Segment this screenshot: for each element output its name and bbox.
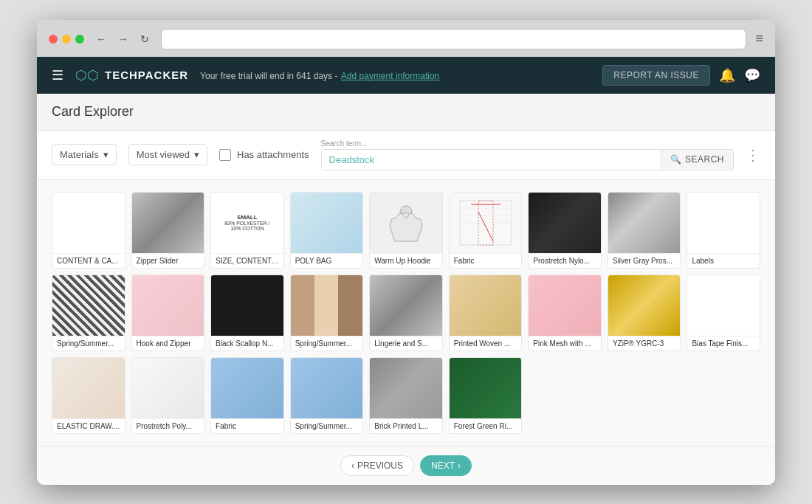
card-label: Forest Green Ri... <box>450 418 522 433</box>
logo-area: ⬡⬡ TECHPACKER <box>75 67 188 83</box>
minimize-button[interactable] <box>62 35 71 44</box>
toolbar: Materials ▾ Most viewed ▾ Has attachment… <box>37 131 775 180</box>
nav-buttons: ← → ↻ <box>93 32 152 46</box>
materials-filter[interactable]: Materials ▾ <box>52 144 117 165</box>
most-viewed-filter[interactable]: Most viewed ▾ <box>128 144 207 165</box>
card-item[interactable]: Brick Printed L... <box>369 357 443 434</box>
card-image <box>687 275 760 336</box>
browser-chrome: ← → ↻ ≡ <box>37 20 775 57</box>
card-item[interactable]: Fabric <box>210 357 284 434</box>
logo-text: TECHPACKER <box>105 69 188 81</box>
previous-page-button[interactable]: ‹ PREVIOUS <box>340 455 414 476</box>
has-attachments-checkbox[interactable] <box>219 149 231 161</box>
page-title: Card Explorer <box>52 104 134 119</box>
card-item[interactable]: Fabric <box>449 192 523 269</box>
feedback-button[interactable]: 💬 <box>744 67 760 83</box>
hamburger-menu-button[interactable]: ☰ <box>52 67 63 83</box>
add-payment-link[interactable]: Add payment information <box>341 71 439 81</box>
card-image <box>291 193 363 253</box>
card-item[interactable]: Bias Tape Finis... <box>687 275 760 351</box>
has-attachments-toggle[interactable]: Has attachments <box>219 149 309 161</box>
card-item[interactable]: CONTENT & CA... <box>52 192 125 269</box>
card-item[interactable]: Pink Mesh with ... <box>528 275 602 351</box>
card-item[interactable]: POLY BAG <box>290 192 364 269</box>
search-input-row: 🔍 SEARCH <box>321 149 734 170</box>
card-image <box>450 358 522 418</box>
traffic-lights <box>49 35 84 44</box>
card-image <box>52 193 125 253</box>
header-right: REPORT AN ISSUE 🔔 💬 <box>602 65 760 86</box>
card-label: Spring/Summer... <box>52 336 125 351</box>
card-item[interactable]: Silver Gray Pros... <box>608 192 681 269</box>
card-image: SMALL83% POLYESTER /13% COTTON <box>211 193 283 253</box>
report-issue-button[interactable]: REPORT AN ISSUE <box>602 65 710 86</box>
card-image <box>291 275 363 336</box>
card-label: Prostretch Poly... <box>132 418 204 433</box>
card-image <box>370 358 442 418</box>
card-item[interactable]: Black Scallop N... <box>210 275 284 351</box>
page-title-bar: Card Explorer <box>37 94 775 131</box>
card-item[interactable]: YZiP® YGRC-3 <box>608 275 681 351</box>
reload-button[interactable]: ↻ <box>137 32 152 46</box>
search-icon: 🔍 <box>670 154 682 165</box>
card-label: Brick Printed L... <box>370 418 442 433</box>
card-label: Spring/Summer... <box>291 336 363 351</box>
card-label: Lingerie and S... <box>370 336 442 351</box>
card-image <box>211 358 283 418</box>
card-label: Spring/Summer... <box>291 418 363 433</box>
card-item[interactable]: Warm Up Hoodie <box>369 192 443 269</box>
browser-window: ← → ↻ ≡ ☰ ⬡⬡ TECHPACKER Your free trial … <box>37 20 775 485</box>
card-image <box>370 275 442 336</box>
card-image <box>132 193 204 253</box>
next-page-button[interactable]: NEXT › <box>420 455 472 476</box>
card-label: Hook and Zipper <box>132 336 204 351</box>
address-bar[interactable] <box>161 29 746 49</box>
card-item[interactable]: Spring/Summer... <box>290 357 364 434</box>
search-input[interactable] <box>322 150 661 170</box>
chevron-right-icon: › <box>458 460 461 471</box>
card-image <box>291 358 363 418</box>
chevron-down-icon: ▾ <box>194 149 199 160</box>
card-grid: CONTENT & CA...Zipper SliderSMALL83% POL… <box>37 180 775 446</box>
notification-bell-button[interactable]: 🔔 <box>719 67 735 83</box>
card-image <box>132 358 204 418</box>
card-image <box>608 193 681 253</box>
card-label: Pink Mesh with ... <box>529 336 601 351</box>
card-label: POLY BAG <box>291 253 363 268</box>
app-header: ☰ ⬡⬡ TECHPACKER Your free trial will end… <box>37 57 775 94</box>
card-item[interactable]: Lingerie and S... <box>369 275 443 351</box>
card-item[interactable]: Zipper Slider <box>131 192 205 269</box>
card-item[interactable]: Spring/Summer... <box>52 275 125 351</box>
card-item[interactable]: Prostretch Poly... <box>131 357 205 434</box>
card-item[interactable]: Prostretch Nylo... <box>528 192 602 269</box>
card-label: YZiP® YGRC-3 <box>608 336 681 351</box>
card-item[interactable]: Hook and Zipper <box>131 275 205 351</box>
card-item[interactable]: ELASTIC DRAW.... <box>52 357 125 434</box>
back-button[interactable]: ← <box>93 32 109 46</box>
card-label: Fabric <box>211 418 283 433</box>
card-image <box>450 193 522 253</box>
card-label: Printed Woven ... <box>450 336 522 351</box>
card-item[interactable]: Spring/Summer... <box>290 275 364 351</box>
trial-notice: Your free trial will end in 641 days - A… <box>200 69 439 82</box>
card-item[interactable]: Printed Woven ... <box>449 275 523 351</box>
card-label: Warm Up Hoodie <box>370 253 442 268</box>
logo-icon: ⬡⬡ <box>75 67 99 83</box>
card-image <box>211 275 283 336</box>
card-label: Prostretch Nylo... <box>529 253 601 268</box>
maximize-button[interactable] <box>75 35 84 44</box>
card-label: Black Scallop N... <box>211 336 283 351</box>
card-item[interactable]: Labels <box>687 192 760 269</box>
card-item[interactable]: Forest Green Ri... <box>449 357 523 434</box>
browser-menu-button[interactable]: ≡ <box>755 31 763 46</box>
forward-button[interactable]: → <box>115 32 131 46</box>
card-image <box>687 193 760 253</box>
search-button[interactable]: 🔍 SEARCH <box>661 150 733 169</box>
close-button[interactable] <box>49 35 58 44</box>
more-options-button[interactable]: ⋮ <box>746 146 760 164</box>
card-image <box>608 275 681 336</box>
card-label: Labels <box>687 253 760 268</box>
card-label: Fabric <box>450 253 522 268</box>
card-image <box>529 275 601 336</box>
card-item[interactable]: SMALL83% POLYESTER /13% COTTONSIZE, CONT… <box>210 192 284 269</box>
